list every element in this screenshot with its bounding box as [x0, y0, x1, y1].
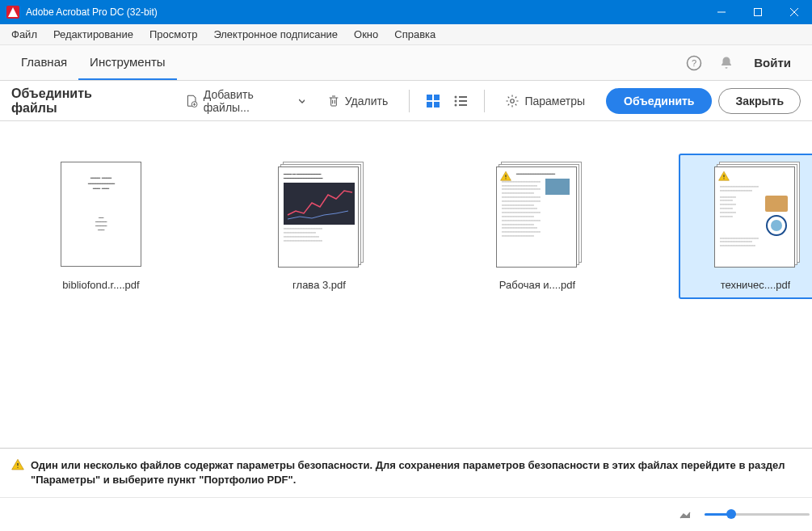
svg-point-21 [505, 178, 506, 179]
warning-icon [11, 458, 24, 471]
svg-point-27 [17, 466, 18, 467]
options-button[interactable]: Параметры [497, 89, 593, 113]
zoom-small-icon[interactable] [679, 510, 692, 520]
file-thumbnail: ━━━━━ ━━ ━━━━━━━━━━━━━━━━━━━━━━━━━━━━━━━… [275, 162, 364, 271]
list-icon [453, 94, 468, 108]
file-name: bibliofond.r....pdf [62, 279, 139, 291]
main-area: ━━━━ ━━━━━━━━━━━━━━━━━━ ━━━ ━━━━━━━━━━━━… [0, 121, 812, 531]
file-card[interactable]: ━━━━━ ━━ ━━━━━━━━━━━━━━━━━━━━━━━━━━━━━━━… [242, 154, 396, 299]
svg-rect-12 [434, 102, 440, 107]
file-name: Рабочая и....pdf [499, 279, 575, 291]
file-card[interactable]: ━━━━ ━━━━━━━━━━━━━━━━━━ ━━━ ━━━━━━━━━━━━… [24, 154, 178, 299]
app-icon [6, 6, 19, 19]
combine-toolbar: Объединить файлы Добавить файлы... Удали… [0, 81, 812, 121]
security-warning: Один или несколько файлов содержат парам… [0, 448, 812, 497]
file-card[interactable]: ━━━━━━━━━━━━━━━━ ━━━━━━━━━━━━━━━━━━━━━━━… [461, 154, 614, 299]
grid-view-button[interactable] [423, 90, 444, 112]
topbar: Главная Инструменты ? Войти [0, 45, 812, 81]
menu-help[interactable]: Справка [386, 26, 444, 43]
grid-icon [426, 94, 440, 108]
tab-home[interactable]: Главная [10, 45, 78, 80]
svg-point-13 [454, 95, 456, 98]
trash-icon [327, 94, 340, 108]
help-icon[interactable]: ? [678, 45, 710, 80]
signin-button[interactable]: Войти [743, 45, 802, 80]
menu-view[interactable]: Просмотр [141, 26, 205, 43]
add-files-button[interactable]: Добавить файлы... [177, 83, 312, 119]
svg-point-25 [771, 220, 782, 231]
warning-icon [500, 171, 511, 182]
menubar: Файл Редактирование Просмотр Электронное… [0, 24, 812, 45]
file-thumbnail: ━━━━━━━━━━━━━━━━ ━━━━━━━━━━━━━━━━━━━━━━━… [493, 162, 582, 271]
add-file-icon [185, 94, 198, 108]
menu-edit[interactable]: Редактирование [45, 26, 141, 43]
options-label: Параметры [524, 95, 585, 107]
chevron-down-icon [299, 98, 305, 104]
delete-button[interactable]: Удалить [319, 89, 396, 113]
content-pane: ━━━━ ━━━━━━━━━━━━━━━━━━ ━━━ ━━━━━━━━━━━━… [0, 121, 812, 531]
zoom-bar [0, 497, 812, 531]
minimize-button[interactable] [703, 0, 739, 24]
add-files-label: Добавить файлы... [204, 88, 294, 114]
close-button[interactable] [776, 0, 812, 24]
svg-point-17 [454, 103, 456, 106]
svg-point-15 [454, 99, 456, 102]
file-grid[interactable]: ━━━━ ━━━━━━━━━━━━━━━━━━ ━━━ ━━━━━━━━━━━━… [0, 121, 812, 448]
menu-window[interactable]: Окно [346, 26, 386, 43]
window-title: Adobe Acrobat Pro DC (32-bit) [26, 6, 703, 18]
close-panel-button[interactable]: Закрыть [718, 88, 801, 114]
svg-rect-11 [427, 102, 432, 107]
svg-rect-10 [434, 95, 440, 100]
titlebar: Adobe Acrobat Pro DC (32-bit) [0, 0, 812, 24]
svg-text:?: ? [692, 58, 696, 68]
toolbar-title: Объединить файлы [11, 86, 130, 116]
svg-point-23 [723, 178, 724, 179]
warning-text: Один или несколько файлов содержат парам… [31, 458, 812, 487]
file-card[interactable]: ━━━━━━━━━━━━━━━━━━━━━━━━━━━━━━━━━━━━━━━━… [679, 154, 812, 299]
file-thumbnail: ━━━━━━━━━━━━━━━━━━━━━━━━━━━━━━━━━━━━━━━━… [711, 162, 800, 271]
file-thumbnail: ━━━━ ━━━━━━━━━━━━━━━━━━ ━━━ ━━━━━━━━━━━━… [57, 162, 145, 271]
svg-rect-9 [427, 95, 432, 100]
svg-point-19 [511, 99, 515, 103]
file-name: глава 3.pdf [292, 279, 346, 291]
delete-label: Удалить [345, 95, 388, 107]
bell-icon[interactable] [710, 45, 743, 80]
warning-icon [718, 171, 730, 182]
gear-icon [505, 94, 520, 108]
combine-button[interactable]: Объединить [606, 88, 712, 114]
zoom-slider[interactable] [705, 513, 810, 516]
menu-file[interactable]: Файл [3, 26, 45, 43]
list-view-button[interactable] [450, 90, 471, 112]
tab-tools[interactable]: Инструменты [78, 45, 177, 80]
svg-rect-1 [754, 9, 761, 16]
menu-sign[interactable]: Электронное подписание [205, 26, 346, 43]
maximize-button[interactable] [739, 0, 776, 24]
file-name: техничес....pdf [721, 279, 791, 291]
